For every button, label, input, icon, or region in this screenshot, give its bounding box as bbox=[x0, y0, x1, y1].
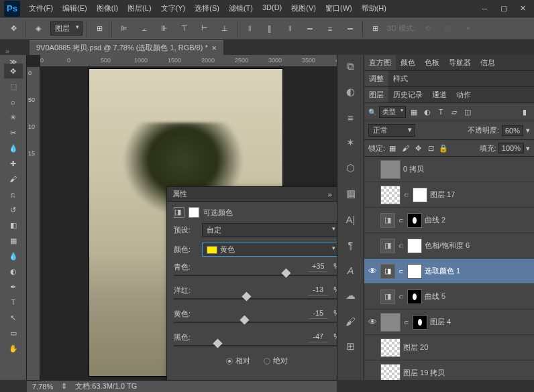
tab-图层[interactable]: 图层 bbox=[364, 87, 388, 103]
layer-row[interactable]: 图层 19 拷贝 bbox=[364, 361, 534, 380]
mask-icon[interactable] bbox=[189, 207, 199, 218]
layer-mask-thumb[interactable] bbox=[407, 289, 422, 304]
menu-文件[interactable]: 文件(F) bbox=[24, 1, 58, 16]
distribute-3-icon[interactable]: ⦀ bbox=[282, 21, 298, 37]
strip-styles-icon[interactable]: ≡ bbox=[343, 110, 358, 125]
gradient-tool[interactable]: ▦ bbox=[4, 233, 23, 248]
radio-relative[interactable]: 相对 bbox=[226, 356, 250, 366]
3d-orbit-icon[interactable]: ⟲ bbox=[419, 21, 435, 37]
visibility-toggle[interactable]: 👁 bbox=[367, 317, 378, 327]
rectangle-tool[interactable]: ▭ bbox=[4, 326, 23, 340]
align-right-icon[interactable]: ⊪ bbox=[156, 21, 172, 37]
dodge-tool[interactable]: ◐ bbox=[4, 264, 23, 279]
document-tab[interactable]: 9V0A0885 拷贝.psd @ 7.78% (选取颜色 1, RGB/8) … bbox=[30, 40, 223, 55]
filter-adjust-icon[interactable]: ◐ bbox=[422, 107, 433, 117]
tab-颜色[interactable]: 颜色 bbox=[396, 55, 420, 70]
layer-name[interactable]: 图层 19 拷贝 bbox=[403, 368, 531, 378]
slider-3[interactable] bbox=[174, 345, 337, 346]
lock-move-icon[interactable]: ✥ bbox=[413, 143, 423, 153]
stamp-tool[interactable]: ⎌ bbox=[4, 187, 23, 202]
slider-0[interactable] bbox=[174, 275, 337, 276]
menu-3D[interactable]: 3D(D) bbox=[258, 1, 286, 16]
strip-swatches-icon[interactable]: ▦ bbox=[343, 186, 358, 201]
distribute-4-icon[interactable]: ═ bbox=[302, 21, 318, 37]
brush-tool[interactable]: 🖌 bbox=[4, 172, 23, 186]
distribute-6-icon[interactable]: ═ bbox=[342, 21, 358, 37]
menu-文字[interactable]: 文字(Y) bbox=[156, 1, 191, 16]
layer-thumb[interactable] bbox=[380, 364, 400, 381]
layer-name[interactable]: 色相/饱和度 6 bbox=[425, 241, 531, 251]
strip-glyph-icon[interactable]: A bbox=[343, 263, 358, 277]
layer-row[interactable]: 图层 20 bbox=[364, 335, 534, 361]
radio-absolute[interactable]: 绝对 bbox=[264, 356, 288, 366]
layer-row[interactable]: 0 拷贝 bbox=[364, 157, 534, 182]
strip-brush-presets-icon[interactable]: 🖌 bbox=[343, 314, 358, 328]
panel-collapse-icon[interactable]: » bbox=[327, 190, 331, 198]
menu-视图[interactable]: 视图(V) bbox=[286, 1, 321, 16]
layer-name[interactable]: 0 拷贝 bbox=[403, 164, 531, 174]
layer-row[interactable]: ◨⊂曲线 2 bbox=[364, 208, 534, 233]
crop-tool[interactable]: ✂ bbox=[4, 125, 23, 140]
lock-all-icon[interactable]: 🔒 bbox=[438, 143, 449, 153]
auto-select-icon[interactable]: ◈ bbox=[30, 21, 46, 37]
menu-帮助[interactable]: 帮助(H) bbox=[357, 1, 391, 16]
strip-paragraph-icon[interactable]: ¶ bbox=[343, 237, 358, 252]
strip-brushes-icon[interactable]: ✶ bbox=[343, 135, 358, 150]
layer-thumb[interactable] bbox=[380, 313, 400, 332]
layer-target-dropdown[interactable]: 图层 bbox=[50, 21, 83, 36]
3d-pan-icon[interactable]: ✦ bbox=[460, 21, 476, 37]
tab-expand-icon[interactable]: » bbox=[5, 47, 9, 55]
strip-histogram-icon[interactable]: ⧉ bbox=[343, 59, 358, 74]
menu-滤镜[interactable]: 滤镜(T) bbox=[224, 1, 258, 16]
layer-thumb[interactable] bbox=[380, 186, 400, 204]
lock-artboard-icon[interactable]: ⊡ bbox=[425, 143, 436, 153]
visibility-toggle[interactable]: 👁 bbox=[367, 266, 378, 276]
filter-type-icon[interactable]: T bbox=[435, 107, 446, 117]
eyedropper-tool[interactable]: 💧 bbox=[4, 141, 23, 155]
tab-历史记录[interactable]: 历史记录 bbox=[388, 87, 427, 103]
distribute-1-icon[interactable]: ⦀ bbox=[242, 21, 258, 37]
tab-色板[interactable]: 色板 bbox=[420, 55, 444, 70]
menu-图像[interactable]: 图像(I) bbox=[92, 1, 123, 16]
move-tool-icon[interactable]: ✥ bbox=[5, 21, 21, 37]
lock-pixels-icon[interactable]: ▦ bbox=[387, 143, 398, 153]
align-center-h-icon[interactable]: ⫠ bbox=[136, 21, 152, 37]
menu-图层[interactable]: 图层(L) bbox=[123, 1, 156, 16]
layer-name[interactable]: 图层 20 bbox=[403, 342, 531, 352]
menu-编辑[interactable]: 编辑(E) bbox=[58, 1, 92, 16]
filter-image-icon[interactable]: ▦ bbox=[409, 107, 419, 117]
align-top-icon[interactable]: ⊤ bbox=[176, 21, 193, 37]
path-select-tool[interactable]: ↖ bbox=[4, 310, 23, 325]
filter-smart-icon[interactable]: ◫ bbox=[462, 107, 473, 117]
tab-样式[interactable]: 样式 bbox=[388, 71, 413, 86]
healing-tool[interactable]: ✚ bbox=[4, 156, 23, 171]
layer-filter-dropdown[interactable]: 类型 bbox=[379, 106, 406, 118]
strip-adjustments-icon[interactable]: ◐ bbox=[343, 84, 358, 99]
slider-value-0[interactable]: +35 bbox=[308, 262, 328, 272]
strip-3d-icon[interactable]: ⬡ bbox=[343, 161, 358, 176]
fill-input[interactable]: 100% bbox=[498, 143, 524, 153]
menu-选择[interactable]: 选择(S) bbox=[190, 1, 224, 16]
layer-name[interactable]: 图层 17 bbox=[430, 190, 531, 200]
tab-调整[interactable]: 调整 bbox=[364, 71, 388, 86]
3d-roll-icon[interactable]: ◎ bbox=[439, 21, 456, 37]
maximize-button[interactable]: ▢ bbox=[495, 3, 513, 15]
filter-shape-icon[interactable]: ▱ bbox=[449, 107, 460, 117]
tab-close-icon[interactable]: × bbox=[212, 44, 217, 53]
blend-mode-dropdown[interactable]: 正常 bbox=[368, 124, 415, 137]
move-tool[interactable]: ✥ bbox=[4, 64, 23, 78]
layer-name[interactable]: 曲线 5 bbox=[425, 291, 531, 302]
align-left-icon[interactable]: ⊫ bbox=[116, 21, 132, 37]
layer-thumb[interactable]: ◨ bbox=[380, 289, 395, 304]
eraser-tool[interactable]: ◧ bbox=[4, 218, 23, 233]
auto-align-icon[interactable]: ⊞ bbox=[367, 21, 383, 37]
layer-thumb[interactable] bbox=[380, 160, 400, 179]
layer-row[interactable]: ⊂图层 17 bbox=[364, 182, 534, 208]
layer-name[interactable]: 图层 4 bbox=[430, 317, 531, 327]
preset-dropdown[interactable]: 自定 bbox=[202, 223, 337, 237]
slider-value-2[interactable]: -15 bbox=[308, 309, 328, 319]
layer-row[interactable]: 👁⊂图层 4 bbox=[364, 310, 534, 335]
zoom-arrows-icon[interactable]: ⇕ bbox=[61, 382, 67, 391]
tab-导航器[interactable]: 导航器 bbox=[444, 55, 476, 70]
tab-通道[interactable]: 通道 bbox=[427, 87, 451, 103]
